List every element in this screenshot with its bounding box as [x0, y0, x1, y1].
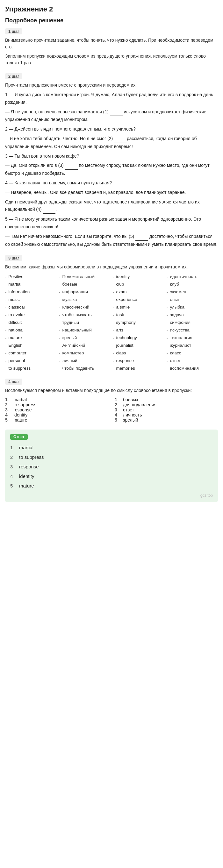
step4-right-item-1: 1 боевых — [115, 397, 218, 402]
answer-item-3: 3 response — [10, 462, 213, 472]
blank-4 — [43, 206, 55, 214]
vocab-item-symphony-en: - symphony — [113, 319, 164, 326]
step4-item-4: 4 identity — [5, 412, 108, 417]
vocab-item-smile-ru: - улыбка — [167, 304, 218, 310]
vocab-item-difficult-ru: - трудный — [59, 319, 110, 326]
vocab-item-music-en: - music — [5, 297, 56, 303]
answer-item-5: 5 mature — [10, 481, 213, 491]
answer-watermark: gdz.top — [10, 493, 213, 498]
vocab-item-computer-ru: - компьютер — [59, 350, 110, 356]
vocab-item-task-ru: - задача — [167, 312, 218, 318]
vocab-item-memories-en: - memories — [113, 365, 164, 372]
step-4-grid: 1 martial 2 to suppress 3 response 4 ide… — [5, 397, 218, 423]
vocab-item-smile-en: - a smile — [113, 304, 164, 310]
step-1: 1 шаг Внимательно прочитаем задание, что… — [5, 28, 218, 66]
vocab-item-club-ru: - клуб — [167, 281, 218, 287]
vocab-item-english-en: - English — [5, 342, 56, 349]
step-3: 3 шаг Вспомним, какие фразы мы сформиров… — [5, 255, 218, 372]
vocab-item-technology-en: - technology — [113, 335, 164, 341]
page-subtitle: Подробное решение — [5, 17, 218, 24]
vocab-item-class-ru: - класс — [167, 350, 218, 356]
step2-p7: 4 — Какая нация, по-вашему, самая пункту… — [5, 179, 218, 187]
blank-3 — [65, 162, 78, 170]
step2-p8: — Наверное, немцы. Они все делают воврем… — [5, 189, 218, 196]
step2-p3: 2 — Джейсон выглядит немного подавленным… — [5, 125, 218, 133]
vocab-item-martial-ru: - боевые — [59, 281, 110, 287]
vocab-item-task-en: - task — [113, 312, 164, 318]
answer-label: Ответ — [10, 434, 28, 440]
vocab-item-personal-en: - personal — [5, 358, 56, 364]
vocab-item-arts-en: - arts — [113, 327, 164, 333]
step4-left: 1 martial 2 to suppress 3 response 4 ide… — [5, 397, 108, 423]
step-3-badge: 3 шаг — [5, 255, 22, 261]
step4-right: 1 боевых 2 для подавления 3 ответ 4 личн… — [115, 397, 218, 423]
vocab-item-positive-ru: - Положительный — [59, 274, 110, 280]
step4-item-2: 2 to suppress — [5, 402, 108, 407]
vocab-item-mature-ru: - зрелый — [59, 335, 110, 341]
answer-section: Ответ 1 martial 2 to suppress 3 response… — [5, 430, 218, 502]
step4-item-3: 3 response — [5, 407, 108, 412]
vocab-item-music-ru: - музыка — [59, 297, 110, 303]
vocab-item-computer-en: - computer — [5, 350, 56, 356]
vocab-item-arts-ru: - искусства — [167, 327, 218, 333]
vocab-item-classical-ru: - классический — [59, 304, 110, 310]
step4-right-item-4: 4 личность — [115, 412, 218, 417]
vocab-item-national-en: - national — [5, 327, 56, 333]
step-3-intro: Вспомним, какие фразы мы сформировали в … — [5, 264, 218, 270]
vocab-item-response-ru: - ответ — [167, 358, 218, 364]
vocab-item-experience-ru: - опыт — [167, 297, 218, 303]
answer-list: 1 martial 2 to suppress 3 response 4 ide… — [10, 443, 213, 491]
step2-p2: — Я не уверен, он очень серьезно занимае… — [5, 108, 218, 124]
step-4: 4 шаг Воспользуемся переводом и вставим … — [5, 379, 218, 423]
vocab-item-club-en: - club — [113, 281, 164, 287]
blank-5 — [135, 233, 148, 241]
step2-p4: —Я не хотел тебя обидеть. Честно. Но я н… — [5, 135, 218, 151]
blank-2 — [114, 135, 127, 143]
step-1-badge: 1 шаг — [5, 28, 22, 34]
vocab-item-symphony-ru: - симфония — [167, 319, 218, 326]
step4-right-item-5: 5 зрелый — [115, 417, 218, 423]
vocab-item-identity-en: - identity — [113, 274, 164, 280]
vocab-item-journalist-en: - journalist — [113, 342, 164, 349]
page-title: Упражнение 2 — [5, 5, 218, 13]
step-1-instruction-1: Внимательно прочитаем задание, чтобы пон… — [5, 37, 218, 50]
answer-item-4: 4 identity — [10, 472, 213, 481]
vocab-item-evoke-ru: - чтобы вызвать — [59, 312, 110, 318]
vocab-item-journalist-ru: - журналист — [167, 342, 218, 349]
step-1-instruction-2: Заполним пропуски подходящим словом из п… — [5, 53, 218, 66]
vocab-item-experience-en: - experience — [113, 297, 164, 303]
step2-p11: — Там нет ничего невозможного. Если вы г… — [5, 233, 218, 248]
step4-right-item-3: 3 ответ — [115, 407, 218, 412]
step2-p6: — Да. Они открыли его в (3) по местному … — [5, 162, 218, 177]
step-4-intro: Воспользуемся переводом и вставим подход… — [5, 387, 218, 394]
step-2-badge: 2 шаг — [5, 73, 22, 79]
step-4-badge: 4 шаг — [5, 379, 22, 385]
vocab-grid: - Positive - Положительный - identity - … — [5, 274, 218, 372]
step2-p10: 5 — Я не могу управлять таким количество… — [5, 216, 218, 231]
answer-item-2: 2 to suppress — [10, 453, 213, 462]
vocab-item-mature-en: - mature — [5, 335, 56, 341]
step2-p1: 1 — Я купил диск с компьютерной игрой. Я… — [5, 91, 218, 106]
step-2-intro: Прочитаем предложения вместе с пропускам… — [5, 82, 218, 89]
step4-item-1: 1 martial — [5, 397, 108, 402]
vocab-item-positive-en: - Positive — [5, 274, 56, 280]
vocab-item-class-en: - class — [113, 350, 164, 356]
vocab-item-exam-en: - exam — [113, 289, 164, 295]
vocab-item-exam-ru: - экзамен — [167, 289, 218, 295]
step-2-content: 1 — Я купил диск с компьютерной игрой. Я… — [5, 91, 218, 248]
vocab-item-martial-en: - martial — [5, 281, 56, 287]
vocab-item-national-ru: - национальный — [59, 327, 110, 333]
vocab-item-identity-ru: - идентичность — [167, 274, 218, 280]
step4-right-item-2: 2 для подавления — [115, 402, 218, 407]
vocab-item-information-ru: - информация — [59, 289, 110, 295]
vocab-item-memories-ru: - воспоминания — [167, 365, 218, 372]
vocab-item-english-ru: - Английский — [59, 342, 110, 349]
step4-item-5: 5 mature — [5, 417, 108, 423]
blank-1 — [110, 108, 123, 116]
vocab-item-suppress-en: - to suppress — [5, 365, 56, 372]
vocab-item-response-en: - response — [113, 358, 164, 364]
vocab-item-personal-ru: - личный — [59, 358, 110, 364]
step2-p9: Один немецкий друг однажды сказал мне, ч… — [5, 198, 218, 214]
step-2: 2 шаг Прочитаем предложения вместе с про… — [5, 73, 218, 248]
vocab-item-technology-ru: - технология — [167, 335, 218, 341]
